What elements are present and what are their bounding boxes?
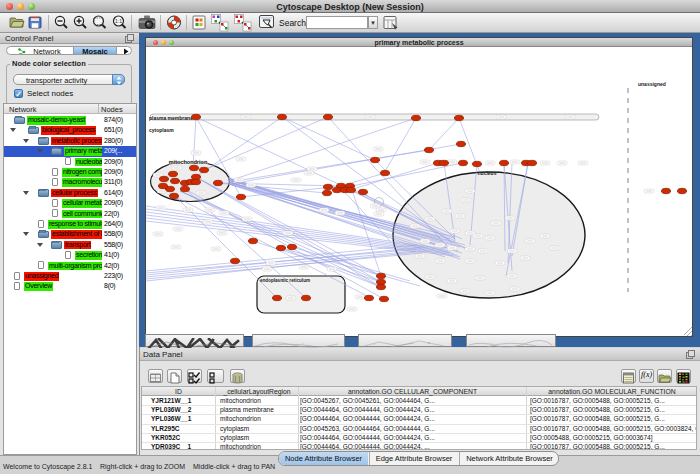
svg-text:endoplasmic reticulum: endoplasmic reticulum	[260, 278, 310, 283]
svg-text:1:1: 1:1	[115, 18, 122, 24]
svg-text:cytoplasm: cytoplasm	[149, 127, 174, 133]
svg-text:nucleus: nucleus	[478, 170, 497, 176]
svg-text:mitochondrion: mitochondrion	[169, 159, 208, 165]
svg-text:plasma membrane: plasma membrane	[149, 115, 193, 121]
svg-text:unassigned: unassigned	[638, 81, 666, 87]
